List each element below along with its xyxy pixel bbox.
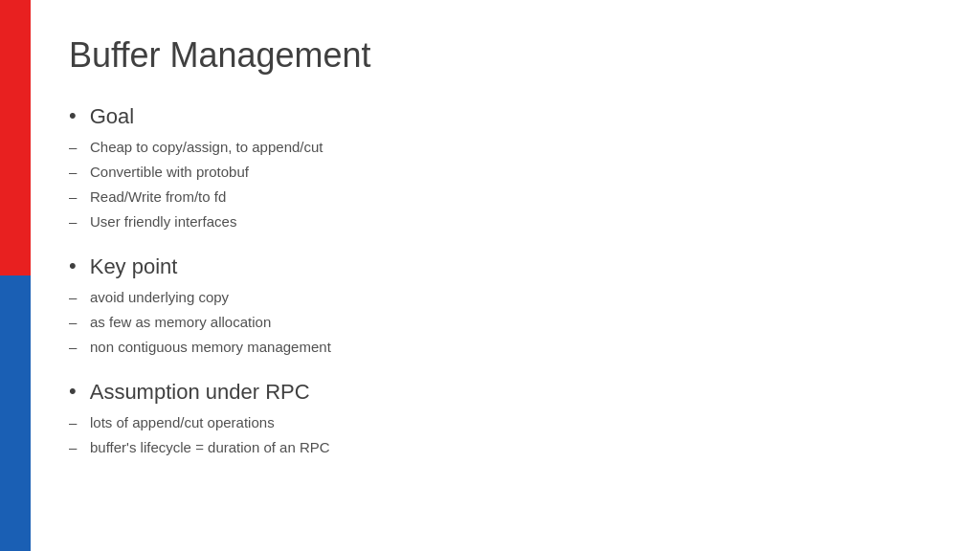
sub-label: Cheap to copy/assign, to append/cut (90, 136, 323, 159)
list-item: – User friendly interfaces (69, 210, 923, 233)
left-accent-bar (0, 0, 31, 551)
sub-label: non contiguous memory management (90, 336, 331, 359)
bullet-section-goal: • Goal – Cheap to copy/assign, to append… (69, 102, 923, 235)
sub-label: avoid underlying copy (90, 286, 229, 309)
list-item: – Read/Write from/to fd (69, 186, 923, 209)
list-item: – as few as memory allocation (69, 311, 923, 334)
sub-dash: – (69, 136, 82, 159)
sub-label: User friendly interfaces (90, 210, 236, 233)
sub-label: as few as memory allocation (90, 311, 271, 334)
bullet-header-assumption: • Assumption under RPC (69, 378, 923, 408)
sub-label: Convertible with protobuf (90, 161, 249, 184)
bullet-header-goal: • Goal (69, 102, 923, 132)
sub-dash: – (69, 436, 82, 459)
list-item: – buffer's lifecycle = duration of an RP… (69, 436, 923, 459)
sub-dash: – (69, 161, 82, 184)
list-item: – non contiguous memory management (69, 336, 923, 359)
sub-list-goal: – Cheap to copy/assign, to append/cut – … (69, 136, 923, 235)
bullet-label-goal: Goal (90, 102, 134, 132)
bullet-section-keypoint: • Key point – avoid underlying copy – as… (69, 253, 923, 361)
sub-dash: – (69, 210, 82, 233)
bullet-dot-assumption: • (69, 377, 77, 407)
bullet-section-assumption: • Assumption under RPC – lots of append/… (69, 378, 923, 461)
bar-red (0, 0, 31, 276)
list-item: – lots of append/cut operations (69, 411, 923, 434)
slide-content: Buffer Management • Goal – Cheap to copy… (31, 0, 980, 551)
sub-list-assumption: – lots of append/cut operations – buffer… (69, 411, 923, 461)
bullet-header-keypoint: • Key point (69, 253, 923, 282)
list-item: – Convertible with protobuf (69, 161, 923, 184)
bullet-label-keypoint: Key point (90, 253, 178, 282)
bullet-dot-keypoint: • (69, 252, 77, 281)
sub-label: buffer's lifecycle = duration of an RPC (90, 436, 330, 459)
sub-label: lots of append/cut operations (90, 411, 275, 434)
sub-dash: – (69, 311, 82, 334)
bullet-list: • Goal – Cheap to copy/assign, to append… (69, 102, 923, 477)
slide-container: Buffer Management • Goal – Cheap to copy… (0, 0, 980, 551)
sub-dash: – (69, 186, 82, 209)
slide-title: Buffer Management (69, 34, 923, 76)
list-item: – avoid underlying copy (69, 286, 923, 309)
bullet-label-assumption: Assumption under RPC (90, 378, 310, 408)
sub-dash: – (69, 286, 82, 309)
list-item: – Cheap to copy/assign, to append/cut (69, 136, 923, 159)
sub-dash: – (69, 336, 82, 359)
bullet-dot-goal: • (69, 101, 77, 131)
bar-blue (0, 276, 31, 551)
sub-label: Read/Write from/to fd (90, 186, 226, 209)
sub-dash: – (69, 411, 82, 434)
sub-list-keypoint: – avoid underlying copy – as few as memo… (69, 286, 923, 361)
